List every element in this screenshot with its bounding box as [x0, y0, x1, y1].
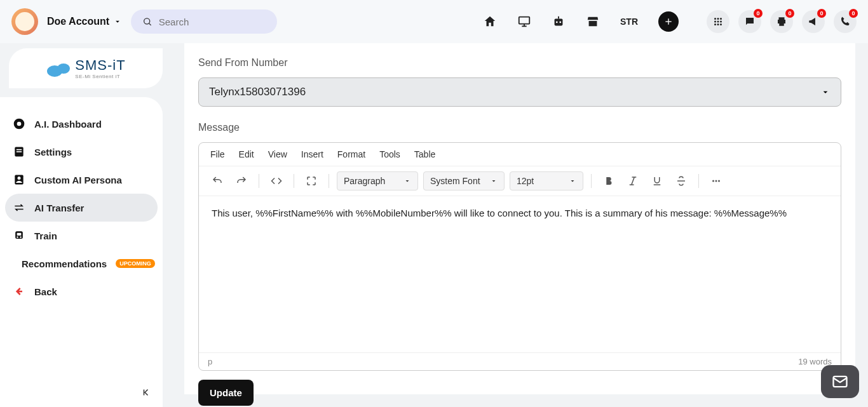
svg-point-17 — [714, 23, 716, 25]
update-button[interactable]: Update — [198, 380, 254, 406]
sidebar-item-ai-dashboard[interactable]: A.I. Dashboard — [0, 110, 163, 138]
svg-point-11 — [714, 18, 716, 20]
chat-badge: 0 — [754, 9, 763, 18]
svg-line-36 — [632, 177, 635, 185]
code-button[interactable] — [267, 171, 286, 190]
svg-point-37 — [712, 180, 714, 182]
strike-button[interactable] — [672, 171, 691, 190]
sidebar-item-settings[interactable]: Settings — [0, 138, 163, 166]
upcoming-badge: UPCOMING — [116, 259, 155, 268]
svg-point-30 — [17, 236, 18, 238]
phone-badge: 0 — [849, 9, 858, 18]
search-input[interactable] — [159, 17, 266, 27]
svg-point-18 — [717, 23, 719, 25]
cloud-icon — [46, 60, 71, 77]
chevron-down-icon — [403, 177, 411, 185]
settings-icon — [13, 145, 25, 158]
persona-icon — [13, 173, 25, 186]
editor-menu-tools[interactable]: Tools — [379, 149, 400, 159]
font-family-select[interactable]: System Font — [423, 171, 505, 190]
chat-button[interactable]: 0 — [738, 10, 761, 33]
message-label: Message — [198, 122, 841, 133]
fullscreen-icon — [306, 175, 317, 187]
chevron-down-icon — [113, 17, 122, 26]
sidebar-item-persona[interactable]: Custom AI Persona — [0, 166, 163, 194]
strike-icon — [675, 175, 687, 187]
print-badge: 0 — [785, 9, 794, 18]
paragraph-select[interactable]: Paragraph — [337, 171, 418, 190]
chevron-down-icon — [820, 87, 831, 97]
chat-float-button[interactable] — [821, 365, 859, 398]
collapse-sidebar-button[interactable] — [141, 387, 153, 401]
send-from-select[interactable]: Telynx15803071396 — [198, 77, 841, 107]
chevron-down-icon — [569, 177, 576, 185]
underline-icon — [651, 175, 663, 187]
back-icon — [13, 285, 25, 298]
editor-menu-view[interactable]: View — [268, 149, 287, 159]
svg-rect-5 — [555, 18, 563, 25]
sidebar-item-back[interactable]: Back — [0, 277, 163, 305]
svg-point-13 — [720, 18, 722, 20]
svg-point-38 — [715, 180, 717, 182]
desktop-icon[interactable] — [517, 15, 531, 29]
sidebar-item-train[interactable]: Train — [0, 222, 163, 250]
redo-button[interactable] — [232, 171, 251, 190]
str-button[interactable]: STR — [620, 17, 638, 27]
svg-point-31 — [20, 236, 22, 238]
more-button[interactable] — [707, 171, 726, 190]
svg-point-19 — [720, 23, 722, 25]
editor-menu-file[interactable]: File — [210, 149, 225, 159]
editor-content: This user, %%FirstName%% with %%MobileNu… — [212, 208, 828, 218]
sidebar-item-label: Train — [34, 230, 57, 241]
editor-body[interactable]: This user, %%FirstName%% with %%MobileNu… — [199, 196, 841, 352]
logo[interactable]: SMS-iT SE-Mi Sentient iT — [9, 48, 163, 88]
home-icon[interactable] — [483, 15, 497, 29]
add-button[interactable] — [658, 11, 679, 32]
svg-point-15 — [717, 21, 719, 23]
more-icon — [710, 175, 722, 187]
message-editor: File Edit View Insert Format Tools Table — [198, 142, 841, 371]
svg-point-7 — [559, 22, 561, 23]
italic-button[interactable] — [623, 171, 642, 190]
svg-point-16 — [720, 21, 722, 23]
underline-button[interactable] — [648, 171, 667, 190]
phone-button[interactable]: 0 — [834, 10, 857, 33]
svg-point-28 — [18, 177, 21, 180]
mail-icon — [831, 373, 849, 390]
svg-line-1 — [149, 23, 151, 25]
italic-icon — [627, 175, 639, 187]
apps-button[interactable] — [707, 10, 729, 33]
font-size-select[interactable]: 12pt — [510, 171, 583, 190]
editor-menu-format[interactable]: Format — [337, 149, 365, 159]
sidebar-item-recommendations[interactable]: Recommendations UPCOMING — [0, 250, 163, 277]
sidebar-item-label: AI Transfer — [34, 203, 84, 213]
sidebar-item-label: A.I. Dashboard — [34, 119, 102, 130]
sidebar-item-ai-transfer[interactable]: AI Transfer — [5, 194, 158, 222]
print-button[interactable]: 0 — [770, 10, 793, 33]
logo-text: SMS-iT — [75, 57, 125, 74]
store-icon[interactable] — [586, 15, 600, 29]
fullscreen-button[interactable] — [302, 171, 321, 190]
user-avatar[interactable] — [11, 8, 38, 35]
svg-point-23 — [17, 122, 22, 126]
bold-button[interactable] — [599, 171, 618, 190]
robot-icon[interactable] — [552, 15, 566, 29]
announce-button[interactable]: 0 — [802, 10, 825, 33]
svg-rect-32 — [17, 233, 22, 236]
search-box[interactable] — [131, 10, 277, 34]
svg-rect-2 — [519, 17, 530, 24]
editor-menu-edit[interactable]: Edit — [239, 149, 254, 159]
send-from-value: Telynx15803071396 — [209, 86, 306, 98]
send-from-label: Send From Number — [198, 57, 841, 69]
sidebar-item-label: Settings — [34, 147, 72, 157]
svg-point-6 — [556, 22, 558, 23]
editor-menu-insert[interactable]: Insert — [301, 149, 323, 159]
svg-rect-26 — [17, 151, 22, 152]
editor-menu-table[interactable]: Table — [414, 149, 435, 159]
account-dropdown[interactable]: Doe Account — [47, 16, 122, 27]
svg-point-21 — [57, 63, 70, 74]
undo-button[interactable] — [208, 171, 227, 190]
code-icon — [271, 175, 282, 187]
editor-path: p — [208, 357, 212, 366]
svg-point-39 — [718, 180, 720, 182]
